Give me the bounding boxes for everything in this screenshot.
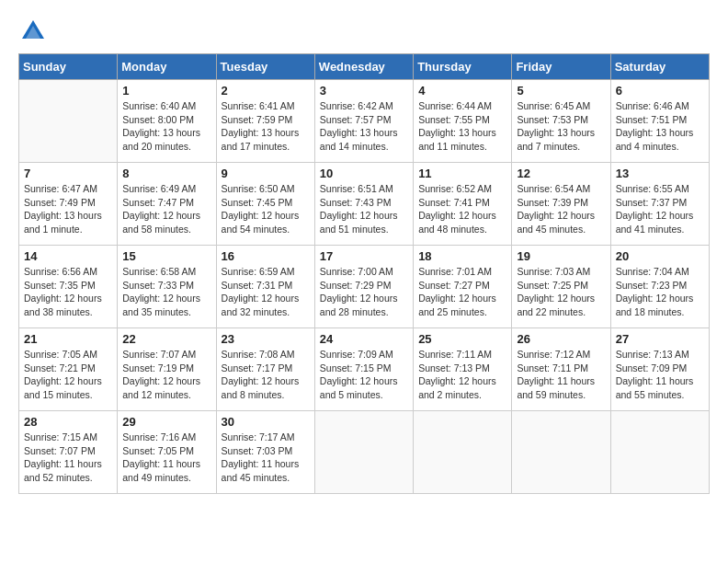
day-number: 13 bbox=[616, 167, 704, 180]
day-number: 20 bbox=[616, 249, 704, 263]
calendar-table: SundayMondayTuesdayWednesdayThursdayFrid… bbox=[18, 53, 710, 494]
calendar-cell: 12Sunrise: 6:54 AMSunset: 7:39 PMDayligh… bbox=[512, 163, 610, 246]
calendar-cell: 28Sunrise: 7:15 AMSunset: 7:07 PMDayligh… bbox=[19, 411, 118, 494]
day-info: Sunrise: 6:50 AMSunset: 7:45 PMDaylight:… bbox=[222, 182, 310, 236]
day-info: Sunrise: 6:51 AMSunset: 7:43 PMDaylight:… bbox=[320, 182, 408, 236]
day-number: 17 bbox=[320, 249, 408, 263]
day-info: Sunrise: 7:11 AMSunset: 7:13 PMDaylight:… bbox=[418, 348, 506, 402]
calendar-cell: 8Sunrise: 6:49 AMSunset: 7:47 PMDaylight… bbox=[118, 163, 216, 246]
calendar-header-row: SundayMondayTuesdayWednesdayThursdayFrid… bbox=[19, 54, 710, 80]
calendar-cell: 27Sunrise: 7:13 AMSunset: 7:09 PMDayligh… bbox=[610, 328, 709, 411]
day-number: 21 bbox=[24, 332, 112, 346]
day-info: Sunrise: 6:56 AMSunset: 7:35 PMDaylight:… bbox=[24, 265, 112, 319]
calendar-cell: 13Sunrise: 6:55 AMSunset: 7:37 PMDayligh… bbox=[610, 163, 709, 246]
day-number: 3 bbox=[320, 84, 408, 98]
week-row-3: 14Sunrise: 6:56 AMSunset: 7:35 PMDayligh… bbox=[19, 246, 710, 328]
day-number: 2 bbox=[222, 84, 310, 98]
calendar-cell: 21Sunrise: 7:05 AMSunset: 7:21 PMDayligh… bbox=[19, 328, 118, 411]
day-info: Sunrise: 6:58 AMSunset: 7:33 PMDaylight:… bbox=[122, 265, 210, 319]
week-row-5: 28Sunrise: 7:15 AMSunset: 7:07 PMDayligh… bbox=[19, 411, 710, 494]
calendar-cell: 6Sunrise: 6:46 AMSunset: 7:51 PMDaylight… bbox=[610, 80, 709, 163]
day-number: 16 bbox=[222, 249, 310, 263]
day-info: Sunrise: 6:54 AMSunset: 7:39 PMDaylight:… bbox=[517, 182, 605, 236]
day-info: Sunrise: 6:52 AMSunset: 7:41 PMDaylight:… bbox=[418, 182, 506, 236]
day-number: 7 bbox=[24, 167, 112, 180]
calendar-cell: 20Sunrise: 7:04 AMSunset: 7:23 PMDayligh… bbox=[610, 246, 709, 328]
calendar-cell: 10Sunrise: 6:51 AMSunset: 7:43 PMDayligh… bbox=[314, 163, 413, 246]
calendar-cell: 25Sunrise: 7:11 AMSunset: 7:13 PMDayligh… bbox=[414, 328, 512, 411]
day-number: 14 bbox=[24, 249, 112, 263]
day-number: 18 bbox=[418, 249, 506, 263]
calendar-header-monday: Monday bbox=[118, 54, 216, 80]
day-info: Sunrise: 6:40 AMSunset: 8:00 PMDaylight:… bbox=[122, 99, 210, 154]
calendar-header-friday: Friday bbox=[512, 54, 610, 80]
calendar-cell: 17Sunrise: 7:00 AMSunset: 7:29 PMDayligh… bbox=[314, 246, 413, 328]
day-info: Sunrise: 7:08 AMSunset: 7:17 PMDaylight:… bbox=[222, 348, 310, 402]
page-header bbox=[18, 18, 710, 44]
week-row-4: 21Sunrise: 7:05 AMSunset: 7:21 PMDayligh… bbox=[19, 328, 710, 411]
day-info: Sunrise: 7:04 AMSunset: 7:23 PMDaylight:… bbox=[616, 265, 704, 319]
day-info: Sunrise: 6:49 AMSunset: 7:47 PMDaylight:… bbox=[122, 182, 210, 236]
day-info: Sunrise: 7:15 AMSunset: 7:07 PMDaylight:… bbox=[24, 431, 112, 485]
day-info: Sunrise: 7:12 AMSunset: 7:11 PMDaylight:… bbox=[517, 348, 605, 402]
day-number: 12 bbox=[517, 167, 605, 180]
day-info: Sunrise: 7:17 AMSunset: 7:03 PMDaylight:… bbox=[222, 431, 310, 485]
day-info: Sunrise: 7:00 AMSunset: 7:29 PMDaylight:… bbox=[320, 265, 408, 319]
day-number: 24 bbox=[320, 332, 408, 346]
day-info: Sunrise: 6:42 AMSunset: 7:57 PMDaylight:… bbox=[320, 99, 408, 154]
day-number: 19 bbox=[517, 249, 605, 263]
day-number: 23 bbox=[222, 332, 310, 346]
day-info: Sunrise: 7:03 AMSunset: 7:25 PMDaylight:… bbox=[517, 265, 605, 319]
calendar-header-saturday: Saturday bbox=[610, 54, 709, 80]
day-number: 15 bbox=[122, 249, 210, 263]
calendar-cell bbox=[314, 411, 413, 494]
calendar-cell: 9Sunrise: 6:50 AMSunset: 7:45 PMDaylight… bbox=[216, 163, 314, 246]
day-number: 29 bbox=[122, 415, 210, 429]
calendar-cell: 30Sunrise: 7:17 AMSunset: 7:03 PMDayligh… bbox=[216, 411, 314, 494]
day-number: 28 bbox=[24, 415, 112, 429]
calendar-cell: 15Sunrise: 6:58 AMSunset: 7:33 PMDayligh… bbox=[118, 246, 216, 328]
calendar-cell: 16Sunrise: 6:59 AMSunset: 7:31 PMDayligh… bbox=[216, 246, 314, 328]
calendar-cell: 4Sunrise: 6:44 AMSunset: 7:55 PMDaylight… bbox=[414, 80, 512, 163]
day-info: Sunrise: 6:46 AMSunset: 7:51 PMDaylight:… bbox=[616, 99, 704, 154]
calendar-header-tuesday: Tuesday bbox=[216, 54, 314, 80]
day-info: Sunrise: 7:13 AMSunset: 7:09 PMDaylight:… bbox=[616, 348, 704, 402]
day-info: Sunrise: 6:44 AMSunset: 7:55 PMDaylight:… bbox=[418, 99, 506, 154]
calendar-cell bbox=[414, 411, 512, 494]
logo-icon bbox=[20, 18, 46, 44]
day-info: Sunrise: 7:07 AMSunset: 7:19 PMDaylight:… bbox=[122, 348, 210, 402]
day-number: 27 bbox=[616, 332, 704, 346]
calendar-cell: 24Sunrise: 7:09 AMSunset: 7:15 PMDayligh… bbox=[314, 328, 413, 411]
calendar-cell: 2Sunrise: 6:41 AMSunset: 7:59 PMDaylight… bbox=[216, 80, 314, 163]
day-number: 26 bbox=[517, 332, 605, 346]
day-number: 6 bbox=[616, 84, 704, 98]
day-number: 5 bbox=[517, 84, 605, 98]
calendar-cell: 19Sunrise: 7:03 AMSunset: 7:25 PMDayligh… bbox=[512, 246, 610, 328]
calendar-cell bbox=[610, 411, 709, 494]
day-number: 10 bbox=[320, 167, 408, 180]
day-info: Sunrise: 6:45 AMSunset: 7:53 PMDaylight:… bbox=[517, 99, 605, 154]
calendar-cell: 1Sunrise: 6:40 AMSunset: 8:00 PMDaylight… bbox=[118, 80, 216, 163]
logo bbox=[18, 18, 46, 44]
calendar-cell: 18Sunrise: 7:01 AMSunset: 7:27 PMDayligh… bbox=[414, 246, 512, 328]
calendar-cell: 23Sunrise: 7:08 AMSunset: 7:17 PMDayligh… bbox=[216, 328, 314, 411]
day-info: Sunrise: 6:47 AMSunset: 7:49 PMDaylight:… bbox=[24, 182, 112, 236]
day-number: 22 bbox=[122, 332, 210, 346]
day-info: Sunrise: 7:01 AMSunset: 7:27 PMDaylight:… bbox=[418, 265, 506, 319]
day-number: 1 bbox=[122, 84, 210, 98]
calendar-cell: 29Sunrise: 7:16 AMSunset: 7:05 PMDayligh… bbox=[118, 411, 216, 494]
day-number: 9 bbox=[222, 167, 310, 180]
calendar-header-sunday: Sunday bbox=[19, 54, 118, 80]
calendar-cell bbox=[512, 411, 610, 494]
calendar-cell bbox=[19, 80, 118, 163]
calendar-cell: 5Sunrise: 6:45 AMSunset: 7:53 PMDaylight… bbox=[512, 80, 610, 163]
calendar-cell: 14Sunrise: 6:56 AMSunset: 7:35 PMDayligh… bbox=[19, 246, 118, 328]
calendar-cell: 26Sunrise: 7:12 AMSunset: 7:11 PMDayligh… bbox=[512, 328, 610, 411]
day-number: 30 bbox=[222, 415, 310, 429]
week-row-1: 1Sunrise: 6:40 AMSunset: 8:00 PMDaylight… bbox=[19, 80, 710, 163]
calendar-cell: 11Sunrise: 6:52 AMSunset: 7:41 PMDayligh… bbox=[414, 163, 512, 246]
calendar-header-thursday: Thursday bbox=[414, 54, 512, 80]
calendar-cell: 3Sunrise: 6:42 AMSunset: 7:57 PMDaylight… bbox=[314, 80, 413, 163]
calendar-cell: 7Sunrise: 6:47 AMSunset: 7:49 PMDaylight… bbox=[19, 163, 118, 246]
calendar-header-wednesday: Wednesday bbox=[314, 54, 413, 80]
